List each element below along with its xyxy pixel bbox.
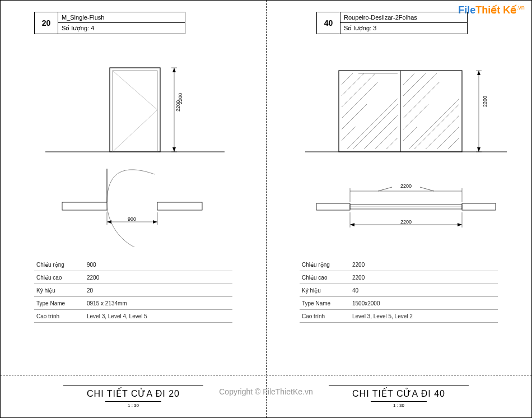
- title-block-left: 20 M_Single-Flush Số lượng: 4: [34, 12, 185, 34]
- qty-value: 3: [373, 25, 376, 31]
- svg-marker-17: [153, 220, 157, 224]
- svg-rect-2: [113, 71, 157, 152]
- dim-width-bottom-right: 2200: [400, 219, 412, 225]
- spec-value: 2200: [352, 275, 498, 281]
- spec-value: Level 3, Level 5, Level 2: [352, 313, 498, 319]
- spec-row: Chiều cao2200: [34, 271, 232, 284]
- svg-line-43: [409, 99, 459, 149]
- spec-value: 2200: [352, 262, 498, 268]
- item-name: Roupeiro-Deslizar-2Folhas: [340, 12, 467, 22]
- spec-label: Type Name: [302, 300, 352, 306]
- svg-line-57: [420, 187, 434, 191]
- svg-line-42: [448, 138, 459, 149]
- spec-value: 900: [87, 262, 232, 268]
- svg-line-27: [353, 104, 398, 149]
- svg-rect-10: [62, 202, 107, 210]
- item-number: 20: [35, 12, 58, 34]
- footer-scale-left: 1 : 30: [105, 401, 161, 408]
- svg-line-40: [426, 115, 459, 149]
- spec-row: Chiều rộng900: [34, 258, 232, 271]
- spec-value: Level 3, Level 4, Level 5: [87, 313, 232, 319]
- svg-line-34: [403, 104, 428, 129]
- svg-marker-8: [172, 68, 176, 72]
- spec-row: Chiều cao2200: [300, 271, 498, 284]
- svg-line-36: [403, 73, 437, 107]
- svg-marker-9: [172, 147, 176, 152]
- spec-row: Type Name1500x2000: [300, 297, 498, 310]
- plan-drawing-right: 2200 2200: [283, 169, 515, 247]
- svg-line-30: [386, 138, 398, 149]
- svg-marker-61: [350, 223, 354, 226]
- dim-height-text-right: 2200: [482, 96, 488, 107]
- svg-line-29: [375, 127, 398, 149]
- item-number: 40: [317, 12, 340, 34]
- svg-marker-47: [477, 71, 480, 75]
- spec-row: Ký hiệu40: [300, 284, 498, 297]
- svg-line-22: [342, 104, 367, 129]
- svg-line-26: [342, 73, 353, 85]
- plan-drawing-left: 900: [17, 169, 249, 247]
- svg-line-28: [364, 115, 398, 149]
- spec-label: Ký hiệu: [36, 287, 87, 294]
- spec-label: Type Name: [36, 300, 87, 306]
- footer-right: CHI TIẾT CỬA ĐI 40 1 : 30: [266, 386, 531, 409]
- spec-table-right: Chiều rộng2200 Chiều cao2200 Ký hiệu40 T…: [300, 258, 498, 323]
- item-qty-row: Số lượng: 4: [58, 22, 185, 34]
- spec-row: Cao trìnhLevel 3, Level 4, Level 5: [34, 310, 232, 323]
- qty-label: Số lượng:: [344, 25, 371, 31]
- item-qty-row: Số lượng: 3: [340, 22, 467, 34]
- spec-value: 0915 x 2134mm: [87, 300, 232, 306]
- spec-row: Cao trìnhLevel 3, Level 5, Level 2: [300, 310, 498, 323]
- spec-label: Cao trình: [302, 313, 352, 319]
- svg-marker-16: [107, 220, 111, 224]
- spec-label: Chiều cao: [302, 275, 352, 281]
- left-panel: 20 M_Single-Flush Số lượng: 4: [1, 1, 266, 417]
- footer-title-right: CHI TIẾT CỬA ĐI 40: [266, 388, 531, 399]
- spec-row: Type Name0915 x 2134mm: [34, 297, 232, 310]
- spec-row: Chiều rộng2200: [300, 258, 498, 271]
- svg-marker-48: [477, 147, 480, 152]
- svg-rect-50: [462, 203, 496, 210]
- svg-line-37: [403, 73, 426, 96]
- svg-line-23: [342, 82, 378, 118]
- dim-width-top-right: 2200: [400, 183, 412, 189]
- svg-line-41: [437, 127, 459, 149]
- dim-height-text-left: 2200: [178, 93, 183, 104]
- svg-line-24: [342, 73, 375, 107]
- spec-value: 1500x2000: [352, 300, 498, 306]
- title-block-right: 40 Roupeiro-Deslizar-2Folhas Số lượng: 3: [316, 12, 468, 34]
- svg-line-38: [403, 73, 414, 85]
- item-name: M_Single-Flush: [58, 12, 185, 22]
- svg-rect-11: [157, 202, 202, 210]
- drawing-sheet: FileThiết Kế.vn 20 M_Single-Flush Số lượ…: [0, 0, 532, 418]
- spec-row: Ký hiệu20: [34, 284, 232, 297]
- spec-label: Cao trình: [36, 313, 87, 319]
- elevation-drawing-right: 2200: [283, 40, 515, 169]
- svg-line-33: [403, 127, 417, 141]
- dim-width-text-left: 900: [128, 216, 136, 222]
- svg-line-4: [113, 110, 157, 152]
- right-panel: 40 Roupeiro-Deslizar-2Folhas Số lượng: 3: [266, 1, 531, 417]
- svg-line-31: [347, 99, 398, 149]
- svg-line-3: [113, 71, 157, 110]
- svg-line-39: [414, 104, 459, 149]
- qty-value: 4: [91, 25, 94, 31]
- spec-label: Chiều rộng: [36, 262, 87, 268]
- svg-line-56: [378, 187, 392, 191]
- svg-marker-62: [458, 223, 462, 226]
- footer-scale-right: 1 : 30: [371, 401, 427, 408]
- qty-label: Số lượng:: [62, 25, 89, 31]
- svg-line-21: [342, 127, 356, 141]
- spec-value: 2200: [87, 275, 232, 281]
- elevation-drawing-left: 2200 2200: [17, 40, 249, 169]
- svg-rect-49: [316, 203, 350, 210]
- svg-line-25: [342, 73, 364, 96]
- spec-value: 20: [87, 287, 232, 294]
- spec-table-left: Chiều rộng900 Chiều cao2200 Ký hiệu20 Ty…: [34, 258, 232, 323]
- footer-left: CHI TIẾT CỬA ĐI 20 1 : 30: [1, 386, 266, 409]
- svg-line-35: [403, 82, 440, 118]
- spec-label: Chiều cao: [36, 275, 87, 281]
- spec-value: 40: [352, 287, 498, 294]
- spec-label: Ký hiệu: [302, 287, 352, 294]
- svg-rect-1: [110, 68, 160, 152]
